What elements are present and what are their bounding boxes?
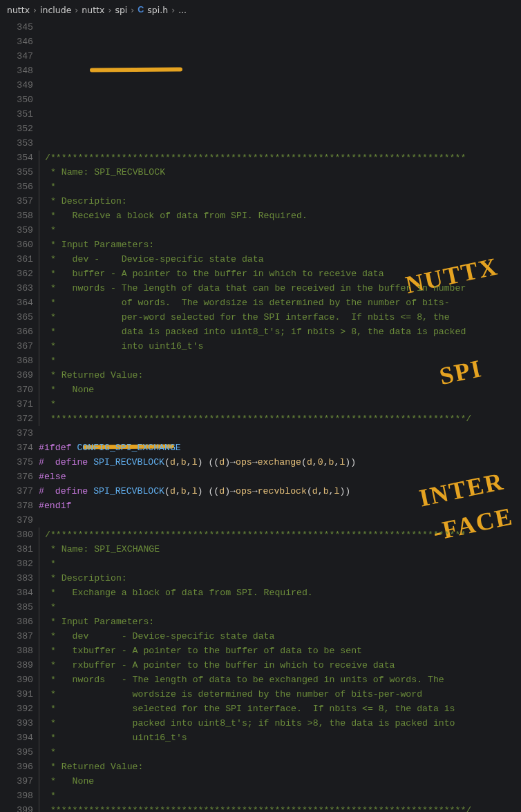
token xyxy=(88,457,93,467)
code-line[interactable]: /***************************************… xyxy=(39,151,521,165)
crumb-file[interactable]: spi.h xyxy=(147,3,168,17)
token: * xyxy=(45,399,56,409)
token: )) xyxy=(345,457,356,467)
code-line[interactable]: # define SPI_RECVBLOCK(d,b,l) ((d)→ops→r… xyxy=(39,484,521,499)
code-line[interactable]: * Input Parameters: xyxy=(39,615,521,629)
token: , xyxy=(323,457,329,467)
code-editor[interactable]: 3453463473483493503513523533543553563573… xyxy=(0,20,521,812)
crumb-2[interactable]: include xyxy=(40,3,71,17)
token: 0 xyxy=(318,457,323,467)
line-number: 386 xyxy=(0,615,33,629)
token: ( xyxy=(307,486,312,496)
token: * nwords - The length of data that can b… xyxy=(45,283,466,293)
token: * packed into uint8_t's; if nbits >8, th… xyxy=(45,718,455,728)
code-line[interactable]: * Exchange a block of data from SPI. Req… xyxy=(39,586,521,600)
code-line[interactable]: * None xyxy=(39,383,521,397)
line-number: 372 xyxy=(0,412,33,426)
code-line[interactable]: * Returned Value: xyxy=(39,368,521,383)
code-line[interactable]: ****************************************… xyxy=(39,803,521,812)
code-line[interactable]: * wordsize is determined by the number o… xyxy=(39,687,521,702)
code-line[interactable]: /***************************************… xyxy=(39,528,521,542)
token: * None xyxy=(45,385,94,395)
line-number: 388 xyxy=(0,644,33,658)
code-line[interactable]: * Input Parameters: xyxy=(39,238,521,252)
code-line[interactable]: * of words. The wordsize is determined b… xyxy=(39,296,521,310)
code-line[interactable]: * data is packed into uint8_t's; if nbit… xyxy=(39,325,521,339)
crumb-1[interactable]: nuttx xyxy=(7,3,30,17)
code-line[interactable]: * nwords - The length of data that can b… xyxy=(39,281,521,296)
token: d xyxy=(219,486,225,496)
breadcrumb[interactable]: nuttx› include› nuttx› spi› C spi.h› ... xyxy=(0,0,521,20)
token: d xyxy=(219,457,225,467)
token: * xyxy=(45,182,56,192)
line-number: 345 xyxy=(0,20,33,35)
line-number: 360 xyxy=(0,238,33,252)
crumb-more[interactable]: ... xyxy=(178,3,187,17)
code-line[interactable]: # define SPI_RECVBLOCK(d,b,l) ((d)→ops→e… xyxy=(39,455,521,470)
code-line[interactable] xyxy=(39,136,521,151)
code-line[interactable]: * packed into uint8_t's; if nbits >8, th… xyxy=(39,716,521,731)
code-line[interactable]: * per-word selected for the SPI interfac… xyxy=(39,310,521,325)
line-number: 367 xyxy=(0,339,33,354)
code-line[interactable]: * selected for the SPI interface. If nbi… xyxy=(39,702,521,716)
code-line[interactable]: * nwords - The length of data to be exch… xyxy=(39,673,521,687)
token: * Description: xyxy=(45,573,127,583)
token: * xyxy=(45,747,56,757)
line-number: 379 xyxy=(0,513,33,528)
code-line[interactable]: * xyxy=(39,223,521,238)
crumb-sep: › xyxy=(75,3,78,17)
code-line[interactable]: #ifdef CONFIG_SPI_EXCHANGE xyxy=(39,441,521,455)
code-line[interactable]: * xyxy=(39,557,521,571)
code-line[interactable]: * xyxy=(39,789,521,803)
token: , xyxy=(187,457,192,467)
code-line[interactable]: * Returned Value: xyxy=(39,760,521,774)
code-line[interactable]: * xyxy=(39,745,521,760)
code-line[interactable]: #else xyxy=(39,470,521,484)
crumb-sep: › xyxy=(108,3,111,17)
code-line[interactable]: * xyxy=(39,354,521,368)
code-line[interactable]: #endif xyxy=(39,499,521,513)
code-line[interactable]: * buffer - A pointer to the buffer in wh… xyxy=(39,267,521,281)
token: * wordsize is determined by the number o… xyxy=(45,689,422,699)
code-line[interactable] xyxy=(39,513,521,528)
token: → xyxy=(252,486,258,496)
token: SPI_EXCHANGE xyxy=(94,544,160,554)
token: * dev - Device-specific state data xyxy=(45,631,274,641)
line-number: 358 xyxy=(0,209,33,223)
line-number: 346 xyxy=(0,35,33,49)
line-number: 365 xyxy=(0,310,33,325)
token: #else xyxy=(39,472,66,482)
token: * rxbuffer - A pointer to the buffer in … xyxy=(45,660,395,670)
code-line[interactable]: * xyxy=(39,600,521,615)
code-line[interactable]: ****************************************… xyxy=(39,412,521,426)
code-line[interactable]: * uint16_t's xyxy=(39,731,521,745)
code-line[interactable]: * Name: SPI_EXCHANGE xyxy=(39,542,521,557)
line-number: 361 xyxy=(0,252,33,267)
code-line[interactable] xyxy=(39,426,521,441)
code-line[interactable]: * xyxy=(39,180,521,194)
line-number: 349 xyxy=(0,78,33,93)
code-line[interactable]: * into uint16_t's xyxy=(39,339,521,354)
code-line[interactable]: * rxbuffer - A pointer to the buffer in … xyxy=(39,658,521,673)
token: l xyxy=(192,486,198,496)
code-line[interactable]: * dev - Device-specific state data xyxy=(39,252,521,267)
line-number: 351 xyxy=(0,107,33,122)
code-line[interactable]: * xyxy=(39,397,521,412)
code-line[interactable]: * dev - Device-specific state data xyxy=(39,629,521,644)
token: SPI_RECVBLOCK xyxy=(93,457,164,467)
line-number: 357 xyxy=(0,194,33,209)
crumb-3[interactable]: nuttx xyxy=(82,3,104,17)
token: define xyxy=(55,486,88,496)
token: * Description: xyxy=(45,196,127,206)
code-line[interactable]: * Description: xyxy=(39,571,521,586)
code-line[interactable]: * Name: SPI_RECVBLOCK xyxy=(39,165,521,180)
code-line[interactable]: * Receive a block of data from SPI. Requ… xyxy=(39,209,521,223)
crumb-4[interactable]: spi xyxy=(115,3,127,17)
code-area[interactable]: NUTTX SPI INTER -FACE /*****************… xyxy=(39,20,521,812)
token: * Receive a block of data from SPI. Requ… xyxy=(45,211,307,221)
code-line[interactable]: * Description: xyxy=(39,194,521,209)
code-line[interactable]: * txbuffer - A pointer to the buffer of … xyxy=(39,644,521,658)
code-line[interactable]: * None xyxy=(39,774,521,789)
token: * txbuffer - A pointer to the buffer of … xyxy=(45,646,362,656)
token: CONFIG_SPI_EXCHANGE xyxy=(77,443,180,453)
